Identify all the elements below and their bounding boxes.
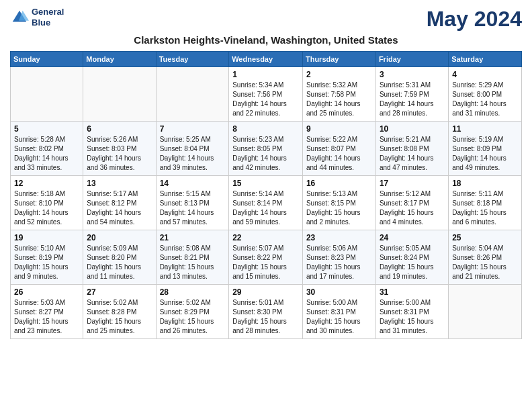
- calendar-cell: 12Sunrise: 5:18 AM Sunset: 8:10 PM Dayli…: [11, 176, 83, 230]
- day-number: 9: [306, 124, 372, 134]
- day-number: 19: [14, 233, 79, 242]
- calendar-week-4: 19Sunrise: 5:10 AM Sunset: 8:19 PM Dayli…: [11, 230, 522, 285]
- calendar-body: 1Sunrise: 5:34 AM Sunset: 7:56 PM Daylig…: [11, 67, 522, 339]
- day-number: 22: [232, 233, 299, 242]
- calendar-header-row: SundayMondayTuesdayWednesdayThursdayFrid…: [11, 52, 522, 67]
- calendar-cell: 19Sunrise: 5:10 AM Sunset: 8:19 PM Dayli…: [11, 230, 83, 285]
- calendar-cell: [449, 285, 522, 339]
- day-number: 2: [306, 70, 372, 79]
- logo-text: General Blue: [32, 7, 64, 28]
- day-header-tuesday: Tuesday: [156, 52, 229, 67]
- calendar-cell: 25Sunrise: 5:04 AM Sunset: 8:26 PM Dayli…: [449, 230, 522, 285]
- location-title: Clarkston Heights-Vineland, Washington, …: [10, 34, 522, 46]
- calendar-cell: 23Sunrise: 5:06 AM Sunset: 8:23 PM Dayli…: [302, 230, 375, 285]
- day-info: Sunrise: 5:02 AM Sunset: 8:29 PM Dayligh…: [160, 298, 226, 336]
- day-number: 15: [232, 179, 299, 188]
- day-info: Sunrise: 5:09 AM Sunset: 8:20 PM Dayligh…: [87, 244, 152, 281]
- calendar-cell: 30Sunrise: 5:00 AM Sunset: 8:31 PM Dayli…: [302, 285, 375, 339]
- day-header-monday: Monday: [83, 52, 156, 67]
- calendar-cell: 14Sunrise: 5:15 AM Sunset: 8:13 PM Dayli…: [156, 176, 229, 230]
- day-number: 4: [452, 70, 518, 79]
- day-number: 21: [160, 233, 226, 242]
- day-info: Sunrise: 5:08 AM Sunset: 8:21 PM Dayligh…: [160, 244, 226, 281]
- calendar-cell: 20Sunrise: 5:09 AM Sunset: 8:20 PM Dayli…: [83, 230, 156, 285]
- calendar-cell: 13Sunrise: 5:17 AM Sunset: 8:12 PM Dayli…: [83, 176, 156, 230]
- day-info: Sunrise: 5:14 AM Sunset: 8:14 PM Dayligh…: [232, 189, 299, 227]
- day-number: 26: [14, 287, 79, 297]
- day-number: 11: [452, 124, 518, 134]
- day-info: Sunrise: 5:23 AM Sunset: 8:05 PM Dayligh…: [232, 135, 299, 173]
- day-number: 30: [306, 287, 372, 297]
- logo-icon: [10, 8, 29, 27]
- calendar-week-3: 12Sunrise: 5:18 AM Sunset: 8:10 PM Dayli…: [11, 176, 522, 230]
- day-header-saturday: Saturday: [449, 52, 522, 67]
- day-info: Sunrise: 5:10 AM Sunset: 8:19 PM Dayligh…: [14, 244, 79, 281]
- calendar-cell: 17Sunrise: 5:12 AM Sunset: 8:17 PM Dayli…: [375, 176, 448, 230]
- calendar-cell: 31Sunrise: 5:00 AM Sunset: 8:31 PM Dayli…: [375, 285, 448, 339]
- day-info: Sunrise: 5:31 AM Sunset: 7:59 PM Dayligh…: [380, 81, 445, 118]
- day-header-thursday: Thursday: [302, 52, 375, 67]
- day-info: Sunrise: 5:21 AM Sunset: 8:08 PM Dayligh…: [380, 135, 445, 173]
- calendar-cell: 11Sunrise: 5:19 AM Sunset: 8:09 PM Dayli…: [449, 122, 522, 176]
- day-number: 3: [380, 70, 445, 79]
- day-number: 1: [232, 70, 299, 79]
- day-info: Sunrise: 5:26 AM Sunset: 8:03 PM Dayligh…: [87, 135, 152, 173]
- calendar-cell: 6Sunrise: 5:26 AM Sunset: 8:03 PM Daylig…: [83, 122, 156, 176]
- day-info: Sunrise: 5:07 AM Sunset: 8:22 PM Dayligh…: [232, 244, 299, 281]
- calendar-week-5: 26Sunrise: 5:03 AM Sunset: 8:27 PM Dayli…: [11, 285, 522, 339]
- calendar-cell: 18Sunrise: 5:11 AM Sunset: 8:18 PM Dayli…: [449, 176, 522, 230]
- day-number: 12: [14, 179, 79, 188]
- day-number: 20: [87, 233, 152, 242]
- day-info: Sunrise: 5:34 AM Sunset: 7:56 PM Dayligh…: [232, 81, 299, 118]
- day-info: Sunrise: 5:32 AM Sunset: 7:58 PM Dayligh…: [306, 81, 372, 118]
- calendar-cell: 24Sunrise: 5:05 AM Sunset: 8:24 PM Dayli…: [375, 230, 448, 285]
- calendar-cell: 27Sunrise: 5:02 AM Sunset: 8:28 PM Dayli…: [83, 285, 156, 339]
- calendar-cell: 9Sunrise: 5:22 AM Sunset: 8:07 PM Daylig…: [302, 122, 375, 176]
- calendar-cell: 10Sunrise: 5:21 AM Sunset: 8:08 PM Dayli…: [375, 122, 448, 176]
- day-number: 24: [380, 233, 445, 242]
- calendar-cell: [156, 67, 229, 122]
- day-info: Sunrise: 5:28 AM Sunset: 8:02 PM Dayligh…: [14, 135, 79, 173]
- day-info: Sunrise: 5:03 AM Sunset: 8:27 PM Dayligh…: [14, 298, 79, 336]
- day-number: 18: [452, 179, 518, 188]
- calendar-cell: 7Sunrise: 5:25 AM Sunset: 8:04 PM Daylig…: [156, 122, 229, 176]
- day-info: Sunrise: 5:25 AM Sunset: 8:04 PM Dayligh…: [160, 135, 226, 173]
- day-header-sunday: Sunday: [11, 52, 83, 67]
- month-title: May 2024: [427, 7, 522, 32]
- day-info: Sunrise: 5:01 AM Sunset: 8:30 PM Dayligh…: [232, 298, 299, 336]
- day-number: 6: [87, 124, 152, 134]
- calendar-week-2: 5Sunrise: 5:28 AM Sunset: 8:02 PM Daylig…: [11, 122, 522, 176]
- day-info: Sunrise: 5:29 AM Sunset: 8:00 PM Dayligh…: [452, 81, 518, 118]
- day-number: 10: [380, 124, 445, 134]
- day-info: Sunrise: 5:17 AM Sunset: 8:12 PM Dayligh…: [87, 189, 152, 227]
- day-info: Sunrise: 5:15 AM Sunset: 8:13 PM Dayligh…: [160, 189, 226, 227]
- day-number: 27: [87, 287, 152, 297]
- calendar-cell: 5Sunrise: 5:28 AM Sunset: 8:02 PM Daylig…: [11, 122, 83, 176]
- day-info: Sunrise: 5:02 AM Sunset: 8:28 PM Dayligh…: [87, 298, 152, 336]
- day-number: 17: [380, 179, 445, 188]
- day-info: Sunrise: 5:22 AM Sunset: 8:07 PM Dayligh…: [306, 135, 372, 173]
- day-info: Sunrise: 5:11 AM Sunset: 8:18 PM Dayligh…: [452, 189, 518, 227]
- calendar-table: SundayMondayTuesdayWednesdayThursdayFrid…: [10, 51, 522, 339]
- day-header-friday: Friday: [375, 52, 448, 67]
- calendar-cell: 3Sunrise: 5:31 AM Sunset: 7:59 PM Daylig…: [375, 67, 448, 122]
- calendar-cell: 28Sunrise: 5:02 AM Sunset: 8:29 PM Dayli…: [156, 285, 229, 339]
- calendar-cell: 22Sunrise: 5:07 AM Sunset: 8:22 PM Dayli…: [229, 230, 303, 285]
- day-info: Sunrise: 5:19 AM Sunset: 8:09 PM Dayligh…: [452, 135, 518, 173]
- day-info: Sunrise: 5:12 AM Sunset: 8:17 PM Dayligh…: [380, 189, 445, 227]
- calendar-cell: 21Sunrise: 5:08 AM Sunset: 8:21 PM Dayli…: [156, 230, 229, 285]
- day-number: 29: [232, 287, 299, 297]
- logo: General Blue: [10, 7, 64, 28]
- day-header-wednesday: Wednesday: [229, 52, 303, 67]
- day-number: 23: [306, 233, 372, 242]
- day-number: 16: [306, 179, 372, 188]
- calendar-cell: [83, 67, 156, 122]
- day-number: 13: [87, 179, 152, 188]
- calendar-cell: [11, 67, 83, 122]
- calendar-cell: 4Sunrise: 5:29 AM Sunset: 8:00 PM Daylig…: [449, 67, 522, 122]
- calendar-cell: 26Sunrise: 5:03 AM Sunset: 8:27 PM Dayli…: [11, 285, 83, 339]
- day-number: 7: [160, 124, 226, 134]
- calendar-cell: 16Sunrise: 5:13 AM Sunset: 8:15 PM Dayli…: [302, 176, 375, 230]
- day-info: Sunrise: 5:06 AM Sunset: 8:23 PM Dayligh…: [306, 244, 372, 281]
- day-number: 25: [452, 233, 518, 242]
